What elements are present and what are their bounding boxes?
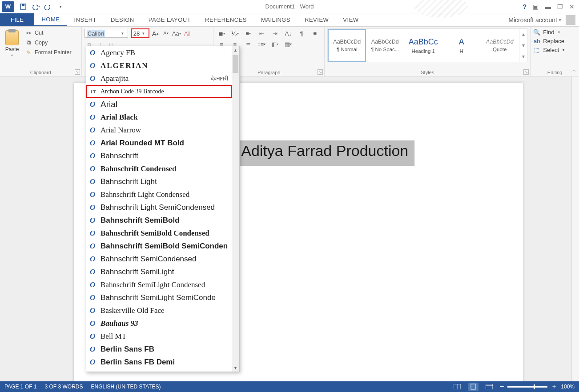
scroll-down-icon[interactable]: ▼ (232, 364, 239, 372)
tab-home[interactable]: HOME (34, 13, 67, 26)
font-option-bahnschrift-semilight-condensed[interactable]: OBahnschrift SemiLight Condensed (86, 278, 232, 291)
font-size-input[interactable]: 28▾ (131, 28, 149, 38)
paste-button[interactable]: Paste ▾ (3, 28, 21, 57)
font-option-bahnschrift-semilight-semiconde[interactable]: OBahnschrift SemiLight SemiConde (86, 291, 232, 304)
tab-references[interactable]: REFERENCES (198, 13, 254, 26)
font-name-dropdown-icon[interactable]: ▾ (120, 31, 126, 36)
tab-mailings[interactable]: MAILINGS (254, 13, 298, 26)
font-option-arial-narrow[interactable]: OArial Narrow (86, 124, 232, 136)
clear-formatting-button[interactable]: A⃠ (182, 28, 192, 38)
zoom-out-button[interactable]: − (500, 383, 504, 391)
style--no-spac-[interactable]: AaBbCcDd¶ No Spac... (366, 29, 404, 62)
tab-file[interactable]: FILE (0, 13, 34, 26)
save-icon[interactable] (19, 2, 28, 11)
font-option-arial[interactable]: OArial (86, 98, 232, 111)
font-option-arial-rounded-mt-bold[interactable]: OArial Rounded MT Bold (86, 136, 232, 149)
zoom-percent[interactable]: 100% (561, 384, 575, 390)
decrease-indent-button[interactable]: ⇤ (256, 28, 267, 38)
page-indicator[interactable]: PAGE 1 OF 1 (4, 384, 36, 390)
borders-button[interactable]: ▦▾ (283, 39, 294, 49)
numbering-button[interactable]: ⅕▾ (229, 28, 240, 38)
style-heading-1[interactable]: AaBbCcHeading 1 (404, 29, 442, 62)
account-menu[interactable]: Microsoft account▾ (508, 16, 561, 24)
align-left-button[interactable]: ≡ (310, 28, 320, 38)
selected-text[interactable]: Aditya Farrad Production (238, 140, 414, 166)
format-painter-button[interactable]: ✎Format Painter (24, 48, 72, 57)
font-option-bahnschrift-semilight[interactable]: OBahnschrift SemiLight (86, 265, 232, 278)
bullets-button[interactable]: ≣▾ (216, 28, 227, 38)
ribbon-display-options-icon[interactable]: ▣ (533, 3, 539, 10)
minimize-icon[interactable]: ▬ (545, 3, 551, 10)
tab-page-layout[interactable]: PAGE LAYOUT (141, 13, 198, 26)
zoom-in-button[interactable]: ＋ (551, 383, 557, 391)
find-button[interactable]: 🔍Find▾ (533, 28, 576, 36)
scroll-up-icon[interactable]: ▲ (232, 46, 239, 54)
help-icon[interactable]: ? (523, 3, 527, 10)
justify-button[interactable]: ≣ (243, 39, 253, 49)
clipboard-launcher-icon[interactable]: ↘ (75, 69, 80, 75)
scroll-thumb[interactable] (233, 55, 238, 73)
replace-button[interactable]: abReplace (533, 37, 576, 44)
font-option-berlin-sans-fb[interactable]: OBerlin Sans FB (86, 343, 232, 356)
tab-view[interactable]: VIEW (336, 13, 366, 26)
tab-review[interactable]: REVIEW (298, 13, 336, 26)
style--normal[interactable]: AaBbCcDd¶ Normal (328, 29, 366, 62)
font-option-algerian[interactable]: OALGERIAN (86, 59, 232, 72)
font-option-bahnschrift-semicondensed[interactable]: OBahnschrift SemiCondensed (86, 252, 232, 265)
font-option-bahnschrift-light[interactable]: OBahnschrift Light (86, 175, 232, 188)
font-name-input[interactable]: Calibri▾ (84, 29, 128, 38)
font-size-dropdown-icon[interactable]: ▾ (141, 31, 147, 36)
styles-launcher-icon[interactable]: ↘ (523, 69, 529, 75)
account-avatar-icon[interactable] (566, 15, 575, 25)
font-option-arial-black[interactable]: OArial Black (86, 111, 232, 124)
line-spacing-button[interactable]: ↕≡▾ (256, 39, 267, 49)
web-layout-icon[interactable] (484, 383, 495, 391)
font-type-icon: O (90, 190, 97, 199)
show-marks-button[interactable]: ¶ (296, 28, 307, 38)
multilevel-list-button[interactable]: ≡▾ (243, 28, 253, 38)
sort-button[interactable]: A↓ (283, 28, 294, 38)
collapse-ribbon-icon[interactable]: ︿ (571, 67, 576, 73)
style-quote[interactable]: AaBbCcDdQuote (481, 29, 519, 62)
font-option-bahnschrift-semibold[interactable]: OBahnschrift SemiBold (86, 214, 232, 227)
font-option-bahnschrift-condensed[interactable]: OBahnschrift Condensed (86, 162, 232, 175)
increase-indent-button[interactable]: ⇥ (269, 28, 280, 38)
font-option-bell-mt[interactable]: OBell MT (86, 330, 232, 343)
undo-icon[interactable]: ▾ (31, 2, 40, 11)
copy-button[interactable]: ⧉Copy (24, 38, 72, 47)
font-option-bahnschrift-light-condensed[interactable]: OBahnschrift Light Condensed (86, 188, 232, 201)
cut-button[interactable]: ✂Cut (24, 28, 72, 37)
shading-button[interactable]: ◧▾ (269, 39, 280, 49)
tab-design[interactable]: DESIGN (104, 13, 141, 26)
zoom-slider[interactable] (507, 386, 547, 388)
font-option-aparajita[interactable]: OAparajitaदेवनागरी (86, 72, 232, 85)
font-option-bahnschrift-semibold-condensed[interactable]: OBahnschrift SemiBold Condensed (86, 227, 232, 240)
font-option-bahnschrift[interactable]: OBahnschrift (86, 149, 232, 162)
font-type-icon: O (90, 74, 97, 83)
change-case-button[interactable]: Aa▾ (172, 28, 181, 38)
word-count[interactable]: 3 OF 3 WORDS (44, 384, 83, 390)
font-option-baskerville-old-face[interactable]: OBaskerville Old Face (86, 304, 232, 317)
language-indicator[interactable]: ENGLISH (UNITED STATES) (91, 384, 161, 390)
font-option-agency-fb[interactable]: OAgency FB (86, 46, 232, 59)
font-option-bauhaus-93[interactable]: OBauhaus 93 (86, 317, 232, 330)
shrink-font-button[interactable]: A▾ (161, 28, 171, 38)
font-option-bahnschrift-light-semicondensed[interactable]: OBahnschrift Light SemiCondensed (86, 201, 232, 214)
maximize-icon[interactable]: ❐ (557, 3, 563, 10)
font-option-berlin-sans-fb-demi[interactable]: OBerlin Sans FB Demi (86, 356, 232, 368)
select-button[interactable]: ⬚Select▾ (533, 46, 576, 53)
close-icon[interactable]: ✕ (569, 3, 575, 10)
font-option-archon-code-39-barcode[interactable]: TᴛArchon Code 39 Barcode (86, 85, 232, 98)
font-option-bahnschrift-semibold-semiconden[interactable]: OBahnschrift SemiBold SemiConden (86, 240, 232, 252)
read-mode-icon[interactable] (452, 383, 462, 391)
vertical-scrollbar[interactable] (571, 76, 579, 381)
print-layout-icon[interactable] (468, 383, 478, 391)
style-h[interactable]: AH (442, 29, 481, 62)
paragraph-launcher-icon[interactable]: ↘ (318, 69, 323, 75)
qat-customize-icon[interactable]: ▾ (56, 2, 65, 11)
redo-icon[interactable] (44, 2, 52, 11)
styles-more-button[interactable]: ▴▾▾ (519, 29, 527, 62)
grow-font-button[interactable]: A▴ (150, 28, 160, 38)
font-dropdown-scrollbar[interactable] (232, 46, 239, 372)
tab-insert[interactable]: INSERT (67, 13, 103, 26)
